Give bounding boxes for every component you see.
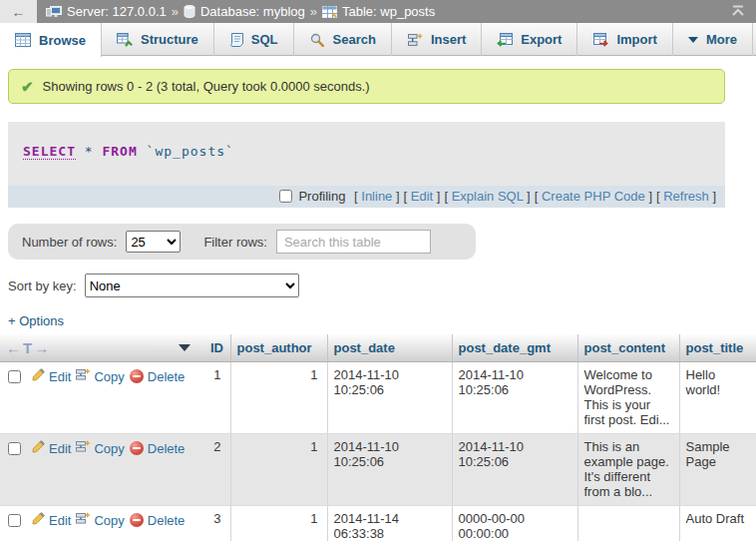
- edit-query-link[interactable]: Edit: [404, 189, 441, 204]
- table-row: Edit Copy Delete 3 1 2014-11-14 06:33:38…: [0, 506, 756, 541]
- row-controls: Number of rows: 25 Filter rows:: [8, 224, 476, 260]
- filter-rows-input[interactable]: [276, 230, 431, 254]
- sql-query-panel: SELECT * FROM `wp_posts` Profiling Inlin…: [8, 122, 725, 208]
- row-checkbox[interactable]: [8, 370, 21, 383]
- tab-label: Export: [521, 32, 562, 47]
- column-header-post-content[interactable]: post_content: [577, 334, 679, 362]
- copy-row-link[interactable]: Copy: [76, 512, 124, 528]
- table-row: Edit Copy Delete 1 1 2014-11-10 10:25:06…: [0, 362, 756, 434]
- row-actions-cell: Edit Copy Delete: [0, 434, 204, 506]
- sql-page-icon: [229, 33, 243, 47]
- tab-label: Import: [616, 32, 656, 47]
- column-header-post-author[interactable]: post_author: [230, 334, 327, 362]
- row-checkbox[interactable]: [8, 514, 21, 527]
- pencil-icon: [32, 512, 45, 528]
- cell-post-content: Welcome to WordPress. This is your first…: [577, 362, 679, 434]
- status-message: ✔ Showing rows 0 - 2 (3 total, Query too…: [8, 69, 725, 104]
- cell-post-date-gmt: 0000-00-00 00:00:00: [452, 506, 577, 541]
- column-header-post-date[interactable]: post_date: [327, 334, 452, 362]
- table-icon: [322, 6, 337, 18]
- sort-row: Sort by key: None: [4, 273, 756, 297]
- chevron-up-icon: [730, 4, 746, 19]
- delete-row-link[interactable]: Delete: [130, 513, 186, 528]
- breadcrumb-server[interactable]: Server: 127.0.0.1: [67, 4, 167, 19]
- table-header-row: ←T→ ID post_author post_date post_date_g…: [0, 334, 756, 362]
- tab-label: Insert: [431, 32, 466, 47]
- cell-post-date-gmt: 2014-11-10 10:25:06: [452, 362, 577, 434]
- copy-row-icon: [76, 512, 90, 528]
- delete-row-link[interactable]: Delete: [130, 441, 186, 456]
- number-of-rows-label: Number of rows:: [22, 235, 117, 250]
- insert-row-icon: [407, 33, 423, 47]
- tab-sql[interactable]: SQL: [214, 23, 294, 56]
- create-php-code-link[interactable]: Create PHP Code: [535, 189, 652, 204]
- browse-table-icon: [15, 33, 31, 47]
- options-toggle-link[interactable]: + Options: [8, 313, 64, 328]
- delete-icon: [130, 369, 144, 383]
- cell-post-date-gmt: 2014-11-10 10:25:06: [452, 434, 577, 506]
- server-icon: [46, 6, 62, 18]
- column-header-post-date-gmt[interactable]: post_date_gmt: [452, 334, 577, 362]
- tab-structure[interactable]: Structure: [102, 23, 214, 56]
- refresh-link[interactable]: Refresh: [656, 189, 716, 204]
- delete-icon: [130, 513, 144, 527]
- copy-row-link[interactable]: Copy: [76, 368, 124, 384]
- cell-id: 2: [204, 434, 230, 506]
- tab-more[interactable]: More: [673, 23, 753, 56]
- search-icon: [309, 33, 325, 47]
- breadcrumb: Server: 127.0.0.1 » Database: myblog » T…: [37, 4, 720, 19]
- collapse-topbar-button[interactable]: [720, 4, 756, 19]
- cell-post-title: Hello world!: [679, 362, 756, 434]
- posts-table-body: Edit Copy Delete 1 1 2014-11-10 10:25:06…: [0, 362, 756, 541]
- copy-row-link[interactable]: Copy: [76, 440, 124, 456]
- edit-row-link[interactable]: Edit: [32, 440, 71, 456]
- cell-post-date: 2014-11-10 10:25:06: [327, 362, 452, 434]
- sql-keyword-from: FROM: [102, 144, 137, 159]
- cell-post-title: Auto Draft: [679, 506, 756, 541]
- tab-insert[interactable]: Insert: [392, 23, 482, 56]
- sort-by-key-select[interactable]: None: [85, 273, 299, 297]
- column-header-id[interactable]: ID: [204, 334, 230, 362]
- breadcrumb-table[interactable]: Table: wp_posts: [342, 4, 435, 19]
- back-button[interactable]: ←: [0, 0, 37, 23]
- explain-sql-link[interactable]: Explain SQL: [444, 189, 530, 204]
- tab-search[interactable]: Search: [294, 23, 392, 56]
- edit-row-link[interactable]: Edit: [32, 512, 71, 528]
- structure-icon: [117, 33, 133, 47]
- posts-table: ←T→ ID post_author post_date post_date_g…: [0, 334, 756, 541]
- cell-id: 3: [204, 506, 230, 541]
- table-row: Edit Copy Delete 2 1 2014-11-10 10:25:06…: [0, 434, 756, 506]
- copy-row-icon: [76, 440, 90, 456]
- tab-browse[interactable]: Browse: [0, 23, 102, 57]
- cell-post-author: 1: [230, 362, 327, 434]
- profiling-bar: Profiling Inline Edit Explain SQL Create…: [8, 186, 725, 208]
- breadcrumb-database[interactable]: Database: myblog: [200, 4, 305, 19]
- success-check-icon: ✔: [21, 79, 34, 94]
- tab-label: More: [706, 32, 737, 47]
- row-checkbox[interactable]: [8, 442, 21, 455]
- sql-query-box: SELECT * FROM `wp_posts`: [8, 122, 725, 186]
- cell-post-author: 1: [230, 434, 327, 506]
- status-message-text: Showing rows 0 - 2 (3 total, Query took …: [43, 79, 370, 94]
- profiling-checkbox[interactable]: [279, 190, 292, 203]
- sql-table-identifier: `wp_posts`: [147, 144, 234, 159]
- cell-id: 1: [204, 362, 230, 434]
- filter-rows-label: Filter rows:: [203, 235, 267, 250]
- column-swap-widget[interactable]: ←T→: [6, 339, 51, 356]
- edit-row-link[interactable]: Edit: [32, 368, 71, 384]
- sort-by-key-label: Sort by key:: [8, 278, 77, 293]
- tab-export[interactable]: Export: [482, 23, 577, 56]
- breadcrumb-separator: »: [310, 4, 317, 19]
- tab-import[interactable]: Import: [577, 23, 672, 56]
- profiling-label: Profiling: [298, 189, 345, 204]
- cell-post-title: Sample Page: [679, 434, 756, 506]
- sql-star: *: [85, 144, 94, 159]
- breadcrumb-separator: »: [172, 4, 179, 19]
- tab-bar: Browse Structure SQL Search Insert Expor…: [0, 23, 756, 56]
- tab-label: Structure: [141, 32, 198, 47]
- inline-link[interactable]: Inline: [354, 189, 400, 204]
- delete-row-link[interactable]: Delete: [130, 369, 186, 384]
- with-selected-dropdown-icon[interactable]: [179, 344, 190, 351]
- number-of-rows-select[interactable]: 25: [126, 231, 181, 253]
- column-header-post-title[interactable]: post_title: [679, 334, 756, 362]
